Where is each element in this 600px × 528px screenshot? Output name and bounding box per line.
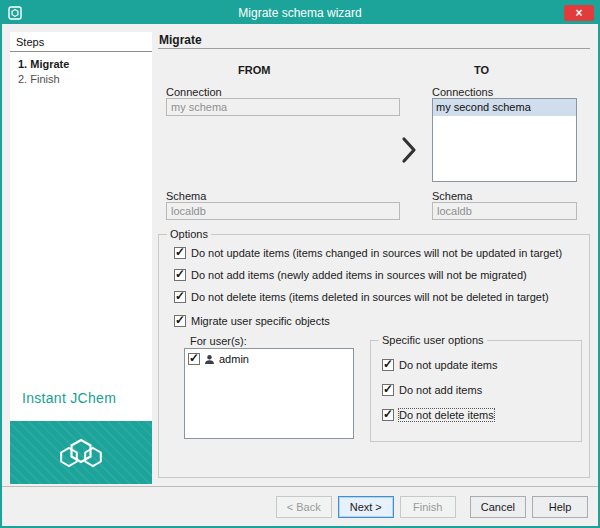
- checkbox-specific-do-not-add[interactable]: Do not add items: [382, 383, 482, 397]
- checkbox-specific-do-not-update[interactable]: Do not update items: [382, 358, 497, 372]
- button-bar: < Back Next > Finish Cancel Help: [2, 486, 598, 526]
- connection-label: Connection: [166, 86, 222, 98]
- schema-label-to: Schema: [432, 190, 472, 202]
- title-bar[interactable]: Migrate schema wizard ×: [2, 2, 598, 24]
- list-item-connection[interactable]: my second schema: [433, 99, 576, 116]
- checkbox-do-not-update-items[interactable]: Do not update items (items changed in so…: [174, 246, 562, 260]
- connections-label: Connections: [432, 86, 493, 98]
- steps-header: Steps: [16, 36, 44, 48]
- checkbox-specific-do-not-delete[interactable]: Do not delete items: [382, 408, 494, 422]
- checkbox-label: Do not delete items (items deleted in so…: [191, 291, 549, 303]
- schema-field-from: localdb: [166, 202, 400, 220]
- checkbox-checked-icon: [382, 409, 394, 421]
- close-button[interactable]: ×: [564, 5, 594, 21]
- connections-list[interactable]: my second schema: [432, 98, 577, 182]
- back-button: < Back: [276, 496, 332, 518]
- step-item-migrate: 1. Migrate: [18, 58, 69, 70]
- from-header: FROM: [238, 64, 270, 76]
- finish-button: Finish: [400, 496, 456, 518]
- migrate-schema-wizard-window: Migrate schema wizard × Steps 1. Migrate…: [0, 0, 600, 528]
- users-list[interactable]: admin: [184, 348, 354, 439]
- checkbox-label: Do not add items: [399, 384, 482, 396]
- window-title: Migrate schema wizard: [238, 6, 361, 20]
- to-header: TO: [474, 64, 489, 76]
- help-button[interactable]: Help: [532, 496, 588, 518]
- checkbox-checked-icon: [382, 384, 394, 396]
- page-title: Migrate: [159, 33, 202, 47]
- user-list-item[interactable]: admin: [185, 349, 353, 367]
- hexagon-logo-icon: [53, 431, 109, 475]
- checkbox-checked-icon: [174, 269, 186, 281]
- checkbox-do-not-add-items[interactable]: Do not add items (newly added items in s…: [174, 268, 527, 282]
- cancel-button[interactable]: Cancel: [470, 496, 526, 518]
- checkbox-label: Migrate user specific objects: [191, 315, 330, 327]
- user-icon: [204, 354, 215, 365]
- checkbox-checked-icon: [174, 247, 186, 259]
- schema-label-from: Schema: [166, 190, 206, 202]
- step-item-finish: 2. Finish: [18, 73, 60, 85]
- heading-separator: [158, 48, 590, 49]
- options-group-title: Options: [167, 228, 211, 240]
- checkbox-checked-icon: [174, 291, 186, 303]
- app-icon: [8, 6, 22, 20]
- brand-logo-block: [10, 421, 152, 484]
- steps-sidebar: Steps 1. Migrate 2. Finish Instant JChem: [10, 32, 152, 484]
- checkbox-label: Do not add items (newly added items in s…: [191, 269, 527, 281]
- specific-user-options-title: Specific user options: [379, 334, 487, 346]
- next-button[interactable]: Next >: [338, 496, 394, 518]
- schema-field-to: localdb: [432, 202, 577, 220]
- checkbox-label: Do not delete items: [399, 409, 494, 421]
- checkbox-checked-icon: [174, 315, 186, 327]
- checkbox-label: Do not update items: [399, 359, 497, 371]
- checkbox-checked-icon[interactable]: [188, 353, 200, 365]
- checkbox-migrate-user-objects[interactable]: Migrate user specific objects: [174, 314, 330, 328]
- user-name: admin: [219, 353, 249, 365]
- connection-field: my schema: [166, 98, 400, 116]
- steps-separator: [10, 51, 152, 52]
- migrate-arrow-icon: [401, 136, 417, 166]
- checkbox-do-not-delete-items[interactable]: Do not delete items (items deleted in so…: [174, 290, 549, 304]
- brand-wordmark: Instant JChem: [22, 390, 116, 406]
- checkbox-label: Do not update items (items changed in so…: [191, 247, 562, 259]
- for-users-label: For user(s):: [190, 335, 247, 347]
- checkbox-checked-icon: [382, 359, 394, 371]
